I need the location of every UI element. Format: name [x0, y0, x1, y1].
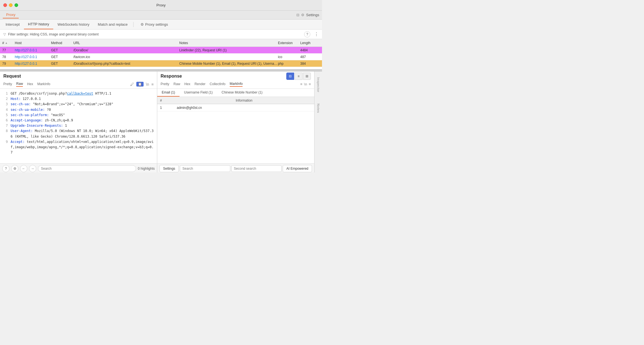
request-bottom-toolbar: ? ⚙ ← → 0 highlights: [0, 163, 157, 172]
tab-render-response[interactable]: Render: [195, 82, 205, 87]
response-panel: Response ⊟ ≡ ⊞ Pretty Raw Hex Render Col…: [157, 71, 314, 172]
filter-text: Filter settings: Hiding CSS, image and g…: [8, 32, 302, 36]
tab-divider: [133, 22, 134, 27]
minimize-button[interactable]: [9, 3, 13, 7]
col-header-length[interactable]: Length: [300, 41, 320, 45]
cell-len: 487: [300, 55, 320, 59]
copy-icon[interactable]: 📋: [136, 82, 144, 87]
maximize-button[interactable]: [14, 3, 18, 7]
help-button[interactable]: ?: [304, 31, 310, 37]
inspector-sidebar-item[interactable]: Inspector: [315, 74, 322, 96]
pencil-icon[interactable]: 🖊: [130, 82, 134, 87]
back-button[interactable]: ←: [20, 165, 27, 172]
tab-proxy-settings[interactable]: ⚙ Proxy settings: [136, 20, 172, 29]
response-table: # Information 1 admin@gh0st.cn: [157, 97, 314, 163]
view-btn-compact[interactable]: ⊞: [303, 73, 311, 80]
tab-hex-request[interactable]: Hex: [27, 82, 33, 87]
resp-table-row[interactable]: 1 admin@gh0st.cn: [157, 104, 314, 111]
code-line-1: 1 GET /DoraBox/csrf/jsonp.php?callback=t…: [3, 91, 154, 96]
table-row[interactable]: 78 http://127.0.0.1 GET /favicon.ico ico…: [0, 54, 322, 60]
filter-bar: ▽ Filter settings: Hiding CSS, image and…: [0, 30, 322, 39]
tab-pretty-request[interactable]: Pretty: [3, 82, 12, 87]
tab-collectinfo-response[interactable]: CollectInfo: [210, 82, 226, 87]
sort-arrow-num: ▲: [5, 41, 8, 44]
tab-raw-response[interactable]: Raw: [173, 82, 180, 87]
more-options-icon[interactable]: ⋮: [314, 32, 319, 37]
request-tools: 🖊 📋 \n ≡: [130, 82, 154, 87]
resp-cell-hash: 1: [160, 106, 171, 110]
forward-button[interactable]: →: [29, 165, 36, 172]
cell-notes: Chinese Mobile Number (1), Email (1), Re…: [179, 62, 278, 66]
cell-num: 77: [2, 48, 15, 52]
table-header: # ▲ Host Method URL Notes Extension Leng…: [0, 39, 322, 47]
view-btn-list[interactable]: ≡: [295, 73, 302, 80]
cell-url: /DoraBox/: [73, 48, 179, 52]
cell-ext: ico: [278, 55, 300, 59]
table-row[interactable]: 79 http://127.0.0.1 GET /DoraBox/csrf/js…: [0, 60, 322, 67]
request-title: Request: [0, 71, 157, 80]
resp-table-header: # Information: [157, 97, 314, 104]
search-input-response[interactable]: [180, 165, 230, 172]
tab-email[interactable]: Email (1): [157, 89, 180, 97]
settings-icon[interactable]: ⚙: [301, 13, 304, 17]
col-header-url[interactable]: URL: [73, 41, 179, 45]
proxy-nav-tab[interactable]: Proxy: [3, 11, 19, 18]
traffic-lights: [3, 3, 18, 7]
tab-match-replace[interactable]: Match and replace: [94, 20, 132, 29]
view-btn-split[interactable]: ⊟: [286, 73, 294, 80]
help-button-request[interactable]: ?: [2, 165, 9, 172]
tab-hex-response[interactable]: Hex: [184, 82, 190, 87]
ai-empowered-button[interactable]: AI Empowered: [283, 165, 312, 172]
cell-method: GET: [51, 55, 73, 59]
code-line-3: 3 sec-ch-ua: "Not;A=Brand";v="24", "Chro…: [3, 102, 154, 107]
tab-username-field[interactable]: Username Field (1): [180, 89, 217, 97]
cell-host: http://127.0.0.1: [15, 55, 51, 59]
horizontal-resize-handle[interactable]: · · · · ·: [0, 69, 322, 71]
col-header-host[interactable]: Host: [15, 41, 51, 45]
cell-ext: php: [278, 62, 300, 66]
menu-icon-response[interactable]: ≡: [309, 82, 311, 86]
close-button[interactable]: [3, 3, 7, 7]
window-title: Proxy: [156, 3, 166, 7]
titlebar: Proxy: [0, 0, 322, 11]
search-input-request[interactable]: [38, 165, 136, 172]
notes-sidebar-item[interactable]: Notes: [315, 97, 322, 119]
tab-markinfo-response[interactable]: MarkInfo: [230, 82, 243, 87]
col-header-num[interactable]: # ▲: [2, 41, 15, 45]
menu-icon[interactable]: ≡: [151, 82, 154, 87]
second-search-input-response[interactable]: [231, 165, 282, 172]
settings-button-request[interactable]: ⚙: [11, 165, 18, 172]
col-header-extension[interactable]: Extension: [278, 41, 300, 45]
code-line-7: 7 Upgrade-Insecure-Requests: 1: [3, 123, 154, 128]
resp-col-info: Information: [177, 99, 311, 102]
layout-icon[interactable]: ⊟: [296, 13, 299, 17]
tab-intercept[interactable]: Intercept: [1, 20, 24, 29]
code-line-9: 9 Accept: text/html,application/xhtml+xm…: [3, 139, 154, 155]
tab-chinese-mobile[interactable]: Chinese Mobile Number (1): [217, 89, 267, 97]
markinfo-tabs: Email (1) Username Field (1) Chinese Mob…: [157, 89, 314, 97]
col-header-notes[interactable]: Notes: [179, 41, 278, 45]
settings-button-response[interactable]: Settings: [159, 165, 179, 172]
request-code-view: 1 GET /DoraBox/csrf/jsonp.php?callback=t…: [0, 89, 157, 163]
cell-notes: Linkfinder (22), Request URI (1): [179, 48, 278, 52]
col-header-method[interactable]: Method: [51, 41, 73, 45]
top-proxy-tab-bar: Proxy ⊟ ⚙ Settings: [0, 11, 322, 20]
tab-markinfo-request[interactable]: MarkInfo: [37, 82, 50, 87]
tab-raw-request[interactable]: Raw: [16, 82, 23, 87]
tab-websockets-history[interactable]: WebSockets history: [53, 20, 94, 29]
settings-button[interactable]: Settings: [306, 13, 319, 17]
newline-icon-response[interactable]: \n: [304, 82, 307, 86]
request-tabs: Pretty Raw Hex MarkInfo 🖊 📋 \n ≡: [0, 80, 157, 89]
newline-icon[interactable]: \n: [146, 82, 149, 87]
tab-http-history[interactable]: HTTP history: [24, 20, 54, 29]
table-row[interactable]: 77 http://127.0.0.1 GET /DoraBox/ Linkfi…: [0, 47, 322, 54]
cell-method: GET: [51, 62, 73, 66]
align-icon[interactable]: ≡: [300, 82, 302, 86]
tab-pretty-response[interactable]: Pretty: [161, 82, 169, 87]
cell-host: http://127.0.0.1: [15, 62, 51, 66]
cell-num: 79: [2, 62, 15, 66]
code-line-5: 5 sec-ch-ua-platform: "macOS": [3, 112, 154, 118]
filter-icon: ▽: [3, 32, 6, 36]
bottom-section: Request Pretty Raw Hex MarkInfo 🖊 📋 \n ≡…: [0, 71, 322, 172]
code-line-6: 6 Accept-Language: zh-CN,zh;q=0.9: [3, 118, 154, 123]
